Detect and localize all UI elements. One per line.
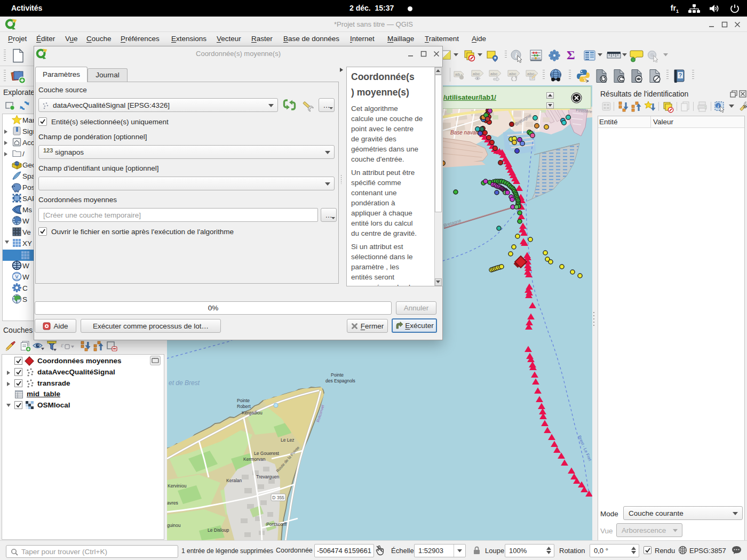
svg-text:abc: abc (473, 71, 480, 76)
svg-text:Le Lez: Le Lez (281, 437, 295, 443)
svg-text:guinou: guinou (167, 523, 181, 528)
svg-text:abc: abc (509, 71, 516, 76)
svg-text:Pointe: Pointe (331, 372, 344, 378)
svg-text:D 355: D 355 (272, 495, 284, 500)
svg-text:V: V (15, 274, 19, 279)
svg-text:Trevarguen: Trevarguen (256, 474, 279, 479)
svg-text:Keralan: Keralan (226, 478, 242, 483)
svg-text:Kerviniou: Kerviniou (168, 483, 187, 489)
svg-text:Pointe: Pointe (237, 398, 250, 403)
svg-text:et de Brest: et de Brest (169, 379, 200, 387)
svg-text:Kermorvan: Kermorvan (243, 457, 266, 462)
svg-text:i: i (515, 51, 517, 59)
svg-text:Pontscorff: Pontscorff (266, 522, 287, 527)
svg-text:ε: ε (61, 341, 64, 349)
svg-text:Le Gouerest: Le Gouerest (254, 451, 279, 456)
svg-text:ab: ab (455, 72, 460, 77)
svg-text:Robert: Robert (237, 404, 251, 409)
svg-text:abc: abc (490, 71, 498, 76)
svg-text:>: > (586, 78, 589, 83)
svg-text:Kergadiou: Kergadiou (242, 410, 263, 415)
svg-text:Le Disloup: Le Disloup (208, 527, 229, 533)
svg-text:des Espagnols: des Espagnols (325, 378, 355, 383)
svg-text:?: ? (679, 73, 682, 78)
svg-text:avres: avres (167, 500, 178, 506)
